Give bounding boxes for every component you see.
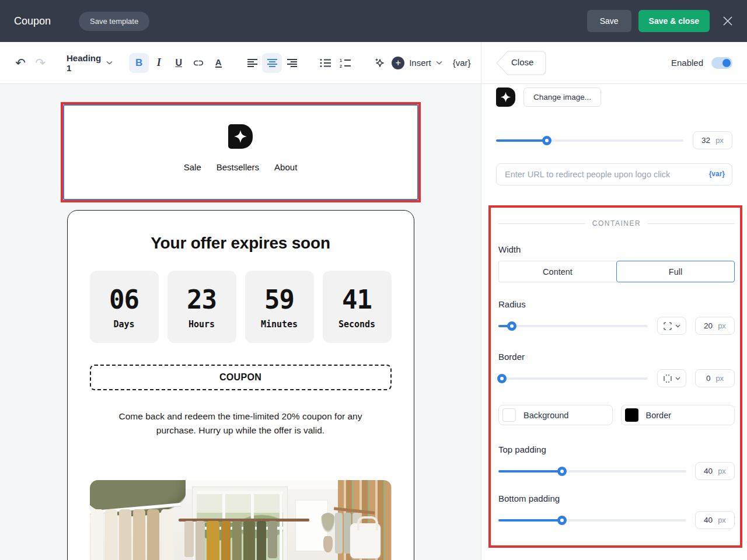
top-padding-unit: px: [718, 467, 726, 475]
bottom-padding-input[interactable]: 40 px: [695, 511, 735, 529]
countdown-seconds: 41 Seconds: [323, 271, 392, 343]
numbered-list-icon[interactable]: 12: [336, 53, 355, 73]
radius-unit: px: [718, 321, 726, 330]
border-label: Border: [498, 352, 735, 362]
bottom-padding-value: 40: [704, 516, 713, 524]
insert-dropdown[interactable]: + Insert: [392, 57, 442, 69]
chevron-down-icon: [436, 61, 442, 65]
brand-logo[interactable]: [228, 124, 253, 149]
background-color-label: Background: [523, 411, 568, 420]
container-section-highlight: CONTAINER Width Content Full Radius 20: [488, 205, 742, 548]
countdown-hours: 23 Hours: [167, 271, 236, 343]
email-nav: Sale Bestsellers About: [184, 162, 298, 172]
url-var-button[interactable]: {var}: [709, 170, 725, 178]
radius-value: 20: [704, 321, 713, 330]
border-sides-dropdown[interactable]: [657, 369, 686, 387]
logo-size-input[interactable]: 32 px: [693, 131, 732, 149]
photo-left-clothes: [91, 509, 173, 560]
logo-url-input[interactable]: [496, 163, 732, 186]
bold-icon[interactable]: B: [129, 53, 149, 73]
width-option-content[interactable]: Content: [498, 261, 616, 282]
variable-button[interactable]: {var}: [453, 58, 471, 68]
plus-circle-icon: +: [392, 57, 404, 69]
photo-center-clothes: [184, 521, 277, 560]
nav-item-bestsellers[interactable]: Bestsellers: [217, 162, 259, 172]
panel-close-button[interactable]: Close: [496, 51, 546, 75]
border-width-unit: px: [715, 374, 724, 383]
ai-sparkle-icon[interactable]: [369, 53, 389, 73]
width-label: Width: [498, 244, 735, 254]
logo-thumbnail[interactable]: [496, 88, 515, 107]
close-icon[interactable]: [722, 16, 733, 26]
underline-icon[interactable]: U: [169, 53, 189, 73]
settings-panel: Change image... 32 px {var} CONTAINER Wi…: [481, 84, 747, 560]
top-padding-value: 40: [704, 467, 713, 475]
align-left-icon[interactable]: [242, 53, 262, 73]
email-canvas: Sale Bestsellers About Your offer expire…: [0, 84, 481, 560]
border-color-label: Border: [646, 411, 672, 420]
nav-item-about[interactable]: About: [274, 162, 297, 172]
redo-icon[interactable]: ↷: [30, 53, 50, 73]
toolbar-row: ↶ ↷ Heading 1 B I U A 12: [0, 42, 747, 84]
logo-size-slider[interactable]: [496, 136, 683, 145]
border-slider[interactable]: [498, 374, 648, 383]
save-button[interactable]: Save: [587, 10, 631, 32]
save-template-button[interactable]: Save template: [79, 12, 149, 31]
change-image-button[interactable]: Change image...: [523, 88, 601, 107]
align-right-icon[interactable]: [282, 53, 302, 73]
countdown-seconds-label: Seconds: [338, 319, 375, 330]
countdown-seconds-value: 41: [342, 285, 372, 314]
insert-label: Insert: [409, 58, 431, 68]
svg-text:2: 2: [340, 64, 342, 68]
border-color-button[interactable]: Border: [621, 405, 735, 425]
bottom-padding-label: Bottom padding: [498, 494, 735, 503]
radius-input[interactable]: 20 px: [695, 317, 735, 335]
color-row: Background Border: [498, 405, 735, 425]
radius-slider[interactable]: [498, 321, 648, 331]
photo-tote-bag: [350, 523, 381, 558]
divider-line: [498, 223, 585, 224]
logo-url-field: {var}: [496, 163, 732, 186]
bottom-padding-slider[interactable]: [498, 516, 686, 525]
panel-close-label: Close: [511, 57, 533, 67]
save-and-close-button[interactable]: Save & close: [638, 10, 710, 32]
email-offer-card[interactable]: Your offer expires soon 06 Days 23 Hours…: [67, 210, 414, 560]
svg-text:1: 1: [340, 58, 342, 62]
background-color-button[interactable]: Background: [498, 405, 613, 425]
chevron-down-icon: [675, 377, 680, 380]
border-color-swatch: [625, 408, 638, 422]
panel-header: Close Enabled: [481, 42, 747, 83]
logo-image-row: Change image...: [496, 88, 732, 107]
countdown-timer: 06 Days 23 Hours 59 Minutes 41 Seconds: [68, 271, 414, 343]
width-option-full[interactable]: Full: [616, 261, 735, 282]
logo-size-row: 32 px: [496, 131, 732, 149]
align-center-icon[interactable]: [262, 53, 282, 73]
radius-label: Radius: [498, 299, 735, 309]
chevron-down-icon: [106, 61, 113, 65]
divider-line: [648, 223, 735, 224]
countdown-minutes-value: 59: [264, 285, 294, 314]
top-padding-slider[interactable]: [498, 467, 686, 476]
countdown-hours-value: 23: [187, 285, 217, 314]
heading-style-dropdown[interactable]: Heading 1: [64, 53, 115, 73]
border-width-input[interactable]: 0 px: [695, 369, 735, 387]
heading-style-label: Heading 1: [67, 53, 101, 73]
page-title: Coupon: [14, 15, 51, 27]
enabled-label: Enabled: [671, 58, 703, 68]
editor-toolbar: ↶ ↷ Heading 1 B I U A 12: [0, 42, 481, 83]
undo-icon[interactable]: ↶: [11, 53, 30, 73]
offer-heading: Your offer expires soon: [68, 234, 414, 253]
nav-item-sale[interactable]: Sale: [184, 162, 201, 172]
text-color-icon[interactable]: A: [208, 53, 228, 73]
countdown-hours-label: Hours: [189, 319, 215, 330]
email-header-block[interactable]: Sale Bestsellers About: [63, 104, 418, 200]
link-icon[interactable]: [189, 53, 208, 73]
coupon-code-box[interactable]: COUPON: [90, 365, 392, 390]
enabled-toggle[interactable]: [711, 57, 732, 69]
top-padding-input[interactable]: 40 px: [695, 462, 735, 480]
bullet-list-icon[interactable]: [316, 53, 336, 73]
italic-icon[interactable]: I: [149, 53, 169, 73]
top-bar: Coupon Save template Save Save & close: [0, 0, 747, 42]
sides-icon: [664, 374, 672, 383]
radius-corners-dropdown[interactable]: [657, 317, 686, 335]
